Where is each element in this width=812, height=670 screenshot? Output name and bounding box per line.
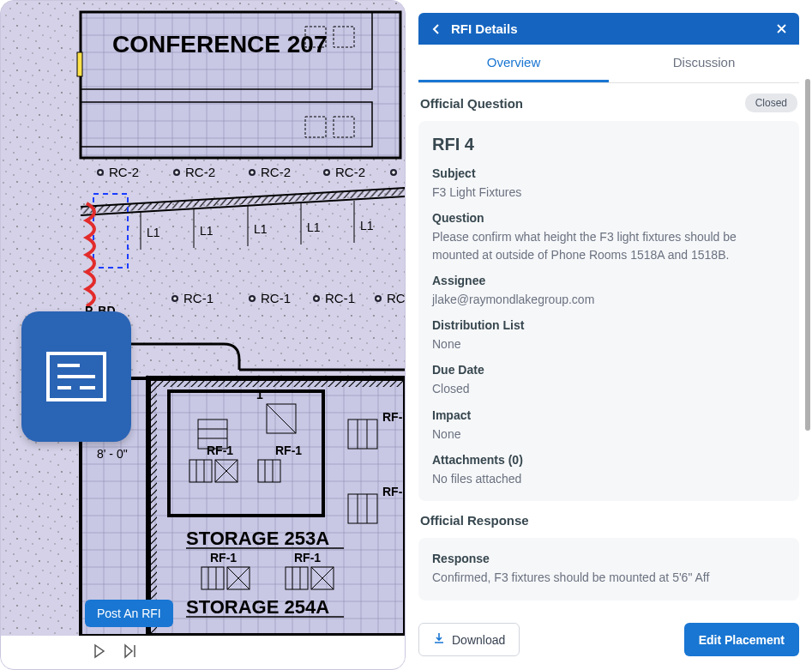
svg-text:RC-1: RC-1 [325,291,355,305]
svg-text:L1: L1 [147,226,160,239]
svg-text:RC-2: RC-2 [109,165,139,179]
tab-overview[interactable]: Overview [418,45,609,82]
svg-text:RC-2: RC-2 [185,165,215,179]
status-badge: Closed [745,94,797,112]
panel-header: RFI Details [418,13,799,45]
svg-text:RF-1: RF-1 [207,444,233,457]
close-icon[interactable] [776,23,787,34]
svg-text:RF-1: RF-1 [382,485,405,498]
svg-point-25 [250,171,254,174]
svg-text:RC-1: RC-1 [261,291,291,305]
duedate-label: Due Date [432,363,785,377]
back-icon[interactable] [430,23,442,35]
assignee-label: Assignee [432,274,785,287]
svg-text:STORAGE  254A: STORAGE 254A [186,596,329,618]
svg-text:L1: L1 [307,220,321,234]
svg-text:STORAGE  253A: STORAGE 253A [186,528,329,549]
svg-text:L1: L1 [360,219,374,232]
svg-text:RC-2: RC-2 [335,165,365,179]
tabs: Overview Discussion [418,45,799,83]
svg-point-28 [325,171,328,174]
svg-point-56 [376,297,380,300]
svg-point-47 [173,297,177,300]
subject-label: Subject [432,166,785,180]
attachments-value: No files attached [432,470,785,487]
svg-text:L1: L1 [200,224,214,238]
floorplan-canvas[interactable]: CONFERENCE 207 RC-2 RC-2 RC-2 RC-2 [0,0,406,670]
svg-rect-61 [148,378,157,636]
svg-text:RF-1: RF-1 [294,551,321,564]
edit-placement-button[interactable]: Edit Placement [684,623,799,656]
official-question-label: Official Question [420,96,523,111]
duedate-value: Closed [432,380,785,397]
assignee-value: jlake@raymondlakegroup.com [432,291,785,308]
download-button[interactable]: Download [418,623,520,656]
post-rfi-button[interactable]: Post An RFI [85,600,173,627]
question-card: RFI 4 Subject F3 Light Fixtures Question… [418,121,799,501]
svg-text:CONFERENCE  207: CONFERENCE 207 [112,31,328,57]
download-icon [433,632,445,647]
question-label: Question [432,211,785,225]
svg-point-53 [315,297,318,300]
svg-point-50 [250,297,254,300]
svg-text:8' - 0": 8' - 0" [97,447,128,461]
svg-text:L1: L1 [254,222,268,236]
attachments-label: Attachments (0) [432,453,785,467]
distribution-label: Distribution List [432,318,785,332]
svg-rect-108 [1,636,405,669]
tab-discussion[interactable]: Discussion [609,45,799,82]
impact-label: Impact [432,408,785,422]
svg-point-19 [99,171,102,174]
play-icon[interactable] [92,643,107,662]
play-next-icon[interactable] [123,643,138,662]
rfi-title: RFI 4 [432,135,785,154]
svg-rect-17 [77,52,82,76]
download-label: Download [452,633,505,647]
svg-text:RF-1: RF-1 [382,410,405,424]
svg-text:RC-1: RC-1 [387,291,405,305]
svg-text:RF-1: RF-1 [210,551,237,564]
question-value: Please confirm what height the F3 light … [432,228,785,263]
scrollbar[interactable] [805,79,810,439]
response-card: Response Confirmed, F3 fixtures should b… [418,538,799,600]
response-value: Confirmed, F3 fixtures should be mounted… [432,569,785,586]
panel-title: RFI Details [451,21,767,36]
official-response-label: Official Response [420,513,799,528]
response-label: Response [432,552,785,565]
svg-point-22 [175,171,178,174]
svg-text:RC-1: RC-1 [183,291,214,305]
subject-value: F3 Light Fixtures [432,184,785,201]
svg-rect-62 [148,378,405,387]
svg-text:1: 1 [256,388,263,401]
distribution-value: None [432,335,785,353]
rfi-marker-icon[interactable] [21,311,131,442]
impact-value: None [432,426,785,443]
svg-text:RC-2: RC-2 [261,165,291,179]
svg-point-31 [392,171,395,174]
svg-text:RF-1: RF-1 [275,444,302,457]
